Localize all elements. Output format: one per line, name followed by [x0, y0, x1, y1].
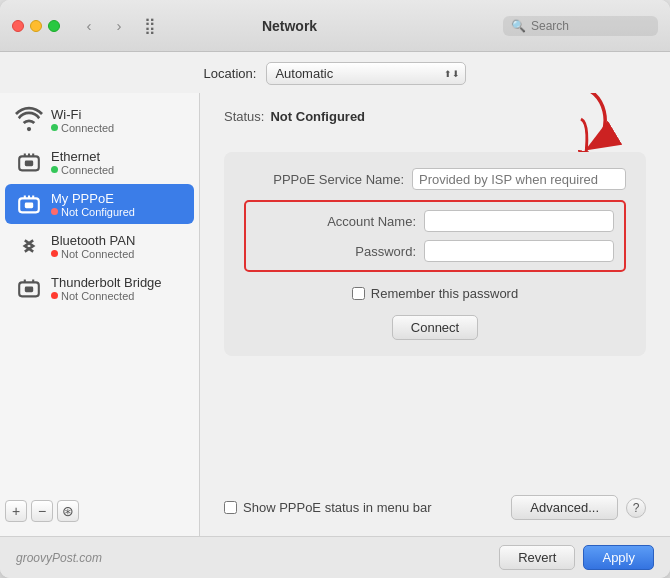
thunderbolt-status: Not Connected [51, 290, 162, 302]
wifi-item-text: Wi-Fi Connected [51, 107, 114, 134]
bottom-right: Advanced... ? [511, 495, 646, 520]
remember-checkbox-row: Remember this password [244, 286, 626, 301]
pppoe-name: My PPPoE [51, 191, 135, 206]
pppoe-service-row: PPPoE Service Name: [244, 168, 626, 190]
sidebar-item-bluetooth-pan[interactable]: Bluetooth PAN Not Connected [5, 226, 194, 266]
detail-panel: Status: Not Configured [200, 93, 670, 536]
sidebar-item-ethernet[interactable]: Ethernet Connected [5, 142, 194, 182]
show-status-checkbox[interactable] [224, 501, 237, 514]
connect-button[interactable]: Connect [392, 315, 478, 340]
add-network-button[interactable]: + [5, 500, 27, 522]
remember-label: Remember this password [371, 286, 518, 301]
thunderbolt-status-dot [51, 292, 58, 299]
remember-checkbox[interactable] [352, 287, 365, 300]
status-row: Status: Not Configured [224, 109, 646, 124]
status-value: Not Configured [270, 109, 365, 124]
ethernet-status: Connected [51, 164, 114, 176]
sidebar-item-pppoe[interactable]: My PPPoE Not Configured [5, 184, 194, 224]
pppoe-service-label: PPPoE Service Name: [244, 172, 404, 187]
account-row: Account Name: [256, 210, 614, 232]
settings-network-button[interactable]: ⊛ [57, 500, 79, 522]
wifi-status: Connected [51, 122, 114, 134]
sidebar: Wi-Fi Connected Ethernet [0, 93, 200, 536]
titlebar: ‹ › ⣿ Network 🔍 [0, 0, 670, 52]
search-icon: 🔍 [511, 19, 526, 33]
minimize-button[interactable] [30, 20, 42, 32]
pppoe-item-text: My PPPoE Not Configured [51, 191, 135, 218]
password-row: Password: [256, 240, 614, 262]
ethernet-icon [15, 148, 43, 176]
svg-rect-3 [25, 203, 33, 209]
bluetooth-status-dot [51, 250, 58, 257]
maximize-button[interactable] [48, 20, 60, 32]
window-title: Network [84, 18, 495, 34]
thunderbolt-icon [15, 274, 43, 302]
password-label: Password: [256, 244, 416, 259]
help-button[interactable]: ? [626, 498, 646, 518]
sidebar-item-thunderbolt[interactable]: Thunderbolt Bridge Not Connected [5, 268, 194, 308]
ethernet-status-dot [51, 166, 58, 173]
search-input[interactable] [531, 19, 650, 33]
thunderbolt-name: Thunderbolt Bridge [51, 275, 162, 290]
location-bar: Location: Automatic Edit Locations... [0, 52, 670, 93]
red-arrow-svg [516, 93, 636, 157]
pppoe-status-dot [51, 208, 58, 215]
location-select-wrapper: Automatic Edit Locations... [266, 62, 466, 85]
remove-network-button[interactable]: − [31, 500, 53, 522]
bluetooth-status: Not Connected [51, 248, 135, 260]
sidebar-item-wifi[interactable]: Wi-Fi Connected [5, 100, 194, 140]
search-box[interactable]: 🔍 [503, 16, 658, 36]
svg-rect-5 [25, 287, 33, 293]
bottom-bar: Show PPPoE status in menu bar Advanced..… [224, 483, 646, 520]
pppoe-service-input[interactable] [412, 168, 626, 190]
bluetooth-name: Bluetooth PAN [51, 233, 135, 248]
bluetooth-item-text: Bluetooth PAN Not Connected [51, 233, 135, 260]
footer-brand: groovyPost.com [16, 551, 102, 565]
location-label: Location: [204, 66, 257, 81]
network-preferences-window: ‹ › ⣿ Network 🔍 Location: Automatic Edit… [0, 0, 670, 578]
location-select[interactable]: Automatic Edit Locations... [266, 62, 466, 85]
connect-btn-area: Connect [244, 315, 626, 340]
traffic-lights [12, 20, 60, 32]
bottom-left: Show PPPoE status in menu bar [224, 500, 432, 515]
password-input[interactable] [424, 240, 614, 262]
account-input[interactable] [424, 210, 614, 232]
show-status-label: Show PPPoE status in menu bar [243, 500, 432, 515]
footer-actions: Revert Apply [499, 545, 654, 570]
main-content: Wi-Fi Connected Ethernet [0, 93, 670, 536]
bluetooth-icon [15, 232, 43, 260]
thunderbolt-item-text: Thunderbolt Bridge Not Connected [51, 275, 162, 302]
close-button[interactable] [12, 20, 24, 32]
ethernet-item-text: Ethernet Connected [51, 149, 114, 176]
pppoe-icon [15, 190, 43, 218]
advanced-button[interactable]: Advanced... [511, 495, 618, 520]
wifi-status-dot [51, 124, 58, 131]
account-label: Account Name: [256, 214, 416, 229]
ethernet-name: Ethernet [51, 149, 114, 164]
sidebar-bottom: + − ⊛ [0, 492, 199, 530]
wifi-icon [15, 106, 43, 134]
wifi-name: Wi-Fi [51, 107, 114, 122]
svg-rect-1 [25, 161, 33, 167]
form-area: PPPoE Service Name: Account Name: Passwo… [224, 152, 646, 356]
footer-bar: groovyPost.com Revert Apply [0, 536, 670, 578]
form-area-wrapper: PPPoE Service Name: Account Name: Passwo… [224, 152, 646, 356]
revert-button[interactable]: Revert [499, 545, 575, 570]
apply-button[interactable]: Apply [583, 545, 654, 570]
status-label: Status: [224, 109, 264, 124]
pppoe-status: Not Configured [51, 206, 135, 218]
credentials-highlight-box: Account Name: Password: [244, 200, 626, 272]
